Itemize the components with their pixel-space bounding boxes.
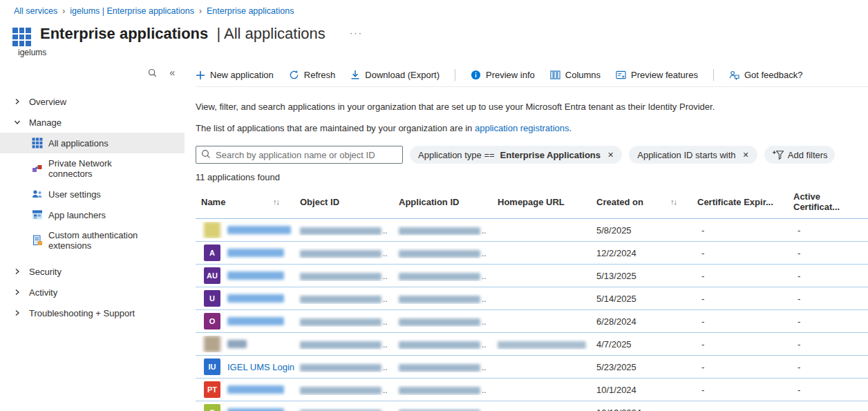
sidebar-item-activity[interactable]: Activity (0, 282, 185, 303)
name-cell: O (196, 313, 294, 329)
table-row[interactable]: O .. .. 6/28/2024 - - (196, 310, 868, 333)
sort-icon[interactable]: ↑↓ (670, 198, 677, 206)
column-header-active-certificates[interactable]: Active Certificat... (788, 191, 868, 212)
sidebar-item-private-network-connectors[interactable]: Private Network connectors (0, 153, 138, 184)
tenant-name: igelums (18, 48, 46, 57)
got-feedback-button[interactable]: Got feedback? (729, 70, 803, 80)
table-row[interactable]: PT .. .. 10/1/2024 - - (196, 379, 868, 401)
certificate-expiry-cell: - (692, 362, 788, 372)
download-export-button[interactable]: Download (Export) (350, 70, 440, 80)
filter-pill-application-type[interactable]: Application type == Enterprise Applicati… (410, 146, 622, 164)
preview-info-button[interactable]: Preview info (471, 70, 535, 80)
sidebar-search-icon[interactable] (148, 68, 157, 77)
sidebar-item-label: Custom authentication extensions (48, 230, 145, 251)
app-name[interactable] (227, 385, 284, 394)
breadcrumb-enterprise-applications[interactable]: Enterprise applications (207, 6, 294, 16)
column-header-application-id[interactable]: Application ID (393, 191, 492, 212)
column-header-name[interactable]: Name ↑↓ (196, 191, 294, 212)
sidebar-item-label: Manage (29, 117, 62, 128)
sidebar-item-troubleshooting-support[interactable]: Troubleshooting + Support (0, 303, 185, 323)
close-icon[interactable]: ✕ (742, 149, 751, 161)
breadcrumb-tenant[interactable]: igelums | Enterprise applications (70, 6, 194, 16)
object-id-redacted (300, 318, 381, 326)
sidebar-item-label: Troubleshooting + Support (29, 308, 135, 318)
object-id-cell: .. (294, 225, 393, 236)
close-icon[interactable]: ✕ (606, 149, 615, 161)
name-cell (196, 222, 294, 238)
application-id-redacted (399, 227, 480, 235)
created-on-cell: 10/1/2024 (591, 385, 692, 395)
preview-features-button[interactable]: Preview features (616, 70, 698, 80)
sidebar-item-all-applications[interactable]: All applications (0, 133, 185, 153)
active-certificates-cell: - (788, 271, 868, 281)
sidebar-item-custom-authentication-extensions[interactable]: Custom authentication extensions (0, 225, 145, 256)
created-on-value: 5/23/2025 (596, 362, 636, 372)
new-application-button[interactable]: New application (196, 70, 274, 80)
object-id-redacted (300, 250, 381, 258)
table-row[interactable]: .. .. 4/7/2025 - - (196, 333, 868, 356)
table-row[interactable]: U .. .. 5/14/2025 - - (196, 287, 868, 310)
toolbar-button-label: Preview info (486, 70, 535, 80)
app-avatar (204, 222, 220, 238)
created-on-cell: 5/13/2025 (591, 271, 692, 281)
info-icon (471, 70, 481, 80)
sidebar-item-label: Overview (29, 97, 66, 107)
sidebar-item-label: App launchers (48, 210, 106, 220)
application-registrations-link[interactable]: application registrations (475, 123, 569, 133)
sidebar-item-manage[interactable]: Manage (0, 112, 185, 133)
active-certificates-cell: - (788, 362, 868, 372)
sidebar-item-overview[interactable]: Overview (0, 91, 185, 112)
table-row[interactable]: S .. .. 12/19/2024 - - (196, 401, 868, 411)
columns-button[interactable]: Columns (550, 70, 601, 80)
search-input[interactable] (196, 146, 403, 164)
sidebar-item-user-settings[interactable]: User settings (0, 184, 185, 204)
app-avatar: AU (204, 267, 220, 284)
sidebar-item-app-launchers[interactable]: App launchers (0, 204, 185, 225)
created-on-value: 12/19/2024 (596, 408, 641, 411)
column-header-object-id[interactable]: Object ID (294, 191, 393, 212)
sidebar-item-label: Activity (29, 287, 57, 298)
name-cell: AU (196, 267, 294, 284)
filter-pill-label: Application type == (418, 150, 495, 160)
table-row[interactable]: A .. .. 12/2/2024 - - (196, 242, 868, 265)
app-name[interactable] (227, 226, 291, 234)
table-row[interactable]: AU .. .. 5/13/2025 - - (196, 265, 868, 287)
add-filters-button[interactable]: Add filters (764, 146, 835, 164)
active-certificates-cell: - (788, 408, 868, 411)
application-search (196, 146, 403, 164)
sort-icon[interactable]: ↑↓ (273, 198, 279, 206)
sidebar-item-security[interactable]: Security (0, 261, 185, 282)
app-name[interactable] (227, 271, 284, 280)
created-on-value: 12/2/2024 (596, 248, 636, 258)
app-name[interactable] (227, 340, 247, 348)
refresh-button[interactable]: Refresh (289, 70, 336, 80)
more-options-icon[interactable]: ··· (350, 28, 363, 38)
table-header: Name ↑↓ Object ID Application ID Homepag… (196, 191, 868, 219)
breadcrumb-all-services[interactable]: All services (14, 6, 57, 16)
column-header-certificate-expiry[interactable]: Certificate Expir... (692, 191, 788, 212)
toolbar-separator (455, 69, 455, 81)
app-name[interactable] (227, 294, 284, 303)
filter-pill-label: Application ID starts with (637, 150, 735, 160)
certificate-expiry-cell: - (692, 225, 788, 236)
column-header-created-on[interactable]: Created on ↑↓ (591, 191, 692, 212)
collapse-sidebar-icon[interactable]: « (169, 68, 175, 77)
command-bar: New application Refresh Download (Export… (196, 64, 868, 87)
truncation-dots: .. (482, 408, 487, 411)
table-row[interactable]: .. .. 5/8/2025 - - (196, 219, 868, 242)
column-header-homepage-url[interactable]: Homepage URL (492, 191, 591, 212)
breadcrumb-separator-icon: › (199, 6, 202, 16)
active-cert-value: - (798, 362, 800, 372)
users-icon (32, 189, 43, 200)
toolbar-button-label: New application (210, 70, 274, 80)
app-name[interactable]: IGEL UMS Login (227, 362, 294, 372)
filter-pill-application-id[interactable]: Application ID starts with ✕ (629, 146, 757, 164)
app-name[interactable] (227, 317, 284, 325)
breadcrumb: All services › igelums | Enterprise appl… (14, 6, 294, 16)
table-row[interactable]: IU IGEL UMS Login .. .. 5/23/2025 - - (196, 356, 868, 379)
preview-features-icon (616, 70, 626, 80)
cert-expiry-value: - (701, 316, 704, 327)
chevron-right-icon (14, 98, 22, 105)
app-name[interactable] (227, 408, 284, 411)
app-name[interactable] (227, 249, 284, 257)
